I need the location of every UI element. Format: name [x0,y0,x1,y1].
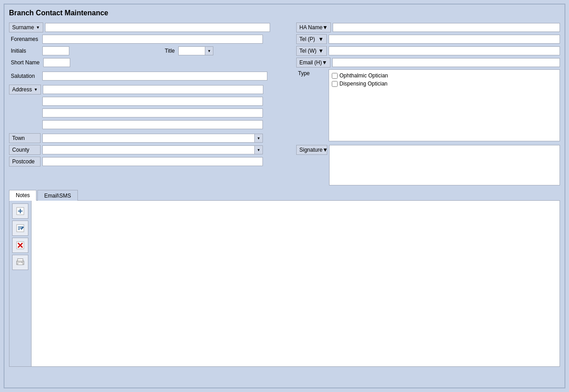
address-row: Address ▼ [9,85,293,95]
ha-name-dropdown-arrow: ▼ [322,24,328,31]
surname-input[interactable] [45,23,270,32]
type-box: Ophthalmic Optician Dispensing Optician [329,69,560,141]
address4-row [9,120,293,130]
page-title: Branch Contact Maintenance [9,9,560,17]
title-dropdown-button[interactable]: ▼ [205,46,213,55]
forenames-row: Forenames [9,34,293,44]
left-column: Surname ▼ Forenames Initials Title ▼ [9,23,293,185]
dispensing-row: Dispensing Optician [332,81,557,87]
email-h-input[interactable] [332,58,560,67]
ha-name-button[interactable]: HA Name ▼ [296,23,331,32]
signature-button[interactable]: Signature ▼ [296,145,327,155]
signature-row: Signature ▼ [296,145,560,185]
ophthalmic-optician-checkbox[interactable] [332,73,338,79]
salutation-row: Salutation [9,71,293,81]
ha-name-row: HA Name ▼ [296,23,560,32]
short-name-label: Short Name [9,59,41,67]
type-row: Type Ophthalmic Optician Dispensing Opti… [296,69,560,141]
postcode-button[interactable]: Postcode [9,157,41,167]
address2-spacer [9,100,41,102]
tab-toolbar [9,201,32,366]
address-dropdown-arrow: ▼ [34,87,38,92]
svg-point-14 [22,262,23,263]
tel-w-row: Tel (W) ▼ [296,46,560,56]
address4-spacer [9,124,41,126]
title-label: Title [163,47,176,55]
dispensing-optician-checkbox[interactable] [332,81,338,87]
tel-w-button[interactable]: Tel (W) ▼ [296,46,327,56]
town-input[interactable] [42,134,255,143]
tabs-header: Notes Email\SMS [9,190,560,201]
title-input[interactable] [178,46,205,55]
tel-p-dropdown-arrow: ▼ [318,36,324,42]
tel-w-input[interactable] [329,46,560,55]
email-h-dropdown-arrow: ▼ [322,59,327,66]
surname-row: Surname ▼ [9,23,293,32]
town-row: Town ▼ [9,133,293,143]
svg-rect-13 [18,263,23,265]
postcode-row: Postcode [9,157,293,167]
town-button[interactable]: Town [9,133,41,143]
address3-row [9,108,293,118]
right-column: HA Name ▼ Tel (P) ▼ Tel (W) ▼ [296,23,560,185]
dispensing-optician-label: Dispensing Optician [339,81,388,87]
tabs-container: Notes Email\SMS [9,190,560,367]
town-dropdown-button[interactable]: ▼ [255,134,263,143]
email-h-row: Email (H) ▼ [296,58,560,68]
county-row: County ▼ [9,145,293,155]
short-name-row: Short Name [9,58,293,68]
surname-button[interactable]: Surname ▼ [9,23,43,32]
tel-p-input[interactable] [329,35,560,44]
address2-row [9,96,293,106]
print-button[interactable] [12,255,28,270]
delete-icon [16,241,25,250]
short-name-input[interactable] [43,58,70,67]
delete-button[interactable] [12,238,28,253]
forenames-label: Forenames [9,35,41,43]
type-label: Type [296,69,327,77]
tab-email-sms[interactable]: Email\SMS [37,190,77,201]
salutation-label: Salutation [9,72,41,80]
address3-spacer [9,112,41,114]
address-button[interactable]: Address ▼ [9,85,41,95]
tab-content [9,200,560,367]
ophthalmic-optician-label: Ophthalmic Optician [339,72,388,79]
signature-dropdown-arrow: ▼ [322,147,328,153]
initials-label: Initials [9,47,41,55]
county-dropdown-button[interactable]: ▼ [255,145,263,154]
tel-p-button[interactable]: Tel (P) ▼ [296,34,327,44]
tab-notes[interactable]: Notes [9,190,36,201]
notes-textarea[interactable] [32,201,560,366]
signature-box [329,145,560,185]
ophthalmic-row: Ophthalmic Optician [332,72,557,79]
initials-row: Initials Title ▼ [9,46,293,56]
add-icon [16,207,25,216]
address4-input[interactable] [42,120,263,129]
address2-input[interactable] [42,97,263,106]
address3-input[interactable] [42,108,263,117]
main-container: Branch Contact Maintenance Surname ▼ For… [4,4,565,388]
address1-input[interactable] [43,85,263,94]
ha-name-input[interactable] [333,23,560,32]
print-icon [16,258,25,267]
edit-icon [16,224,25,233]
forenames-input[interactable] [42,35,263,44]
surname-dropdown-arrow: ▼ [36,25,40,30]
postcode-input[interactable] [42,157,263,166]
county-button[interactable]: County [9,145,41,155]
edit-button[interactable] [12,221,28,236]
tel-w-dropdown-arrow: ▼ [318,48,324,54]
county-input[interactable] [42,145,255,154]
add-button[interactable] [12,203,28,219]
tel-p-row: Tel (P) ▼ [296,34,560,44]
email-h-button[interactable]: Email (H) ▼ [296,58,330,68]
initials-input[interactable] [42,46,69,55]
salutation-input[interactable] [42,72,267,81]
